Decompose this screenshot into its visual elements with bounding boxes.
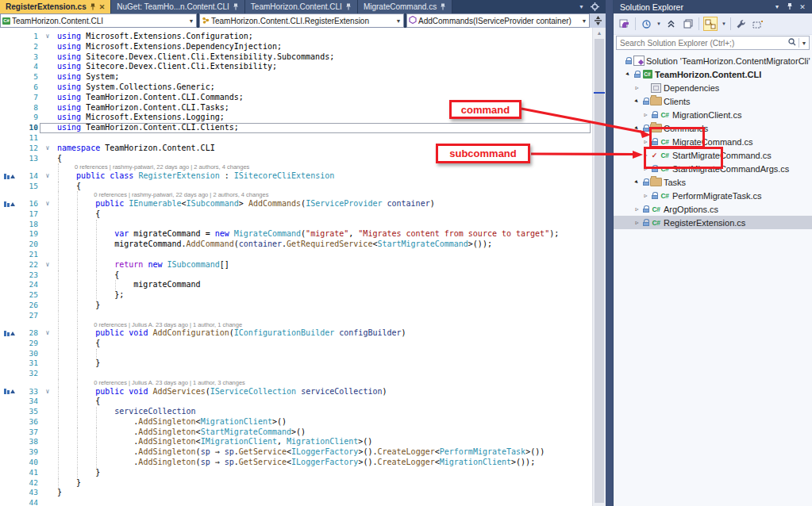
- switch-views-icon[interactable]: [618, 17, 631, 31]
- code-line-29[interactable]: 29 {: [0, 339, 592, 349]
- tree-item-teamhorizon-content-cli[interactable]: ▸C#TeamHorizon.Content.CLI: [614, 67, 812, 81]
- fold-collapse-icon[interactable]: ∨: [40, 32, 56, 42]
- codelens-text[interactable]: 0 references | Julius A. 23 days ago | 1…: [0, 379, 245, 386]
- pin-icon[interactable]: [90, 3, 96, 10]
- code-line-39[interactable]: 39 .AddSingleton(sp ⇒ sp.GetService<ILog…: [0, 447, 592, 458]
- window-position-dropdown-icon[interactable]: ▼: [771, 4, 783, 10]
- panel-splitter[interactable]: [606, 0, 613, 506]
- expand-arrow-icon[interactable]: ▹: [633, 205, 641, 213]
- code-line-38[interactable]: 38 .AddSingleton<IMigrationClient, Migra…: [0, 437, 592, 447]
- code-line-25[interactable]: 25 };: [0, 290, 592, 301]
- code-line-17[interactable]: 17 {: [0, 209, 592, 220]
- tree-item-commands[interactable]: ▸Commands: [614, 121, 812, 135]
- codelens-row[interactable]: 0 references | rashmy-patwari, 22 days a…: [0, 191, 592, 199]
- code-line-28[interactable]: 28∨ public void AddConfiguration(IConfig…: [0, 328, 592, 339]
- tree-item-clients[interactable]: ▸Clients: [614, 94, 812, 108]
- search-options-dropdown-icon[interactable]: ▼: [799, 40, 809, 46]
- code-line-5[interactable]: 5using System;: [0, 72, 592, 82]
- code-line-4[interactable]: 4using Sitecore.Devex.Client.Cli.Extensi…: [0, 62, 592, 72]
- codelens-margin-icon[interactable]: [0, 387, 17, 397]
- pending-changes-filter-icon[interactable]: [640, 17, 652, 31]
- code-line-22[interactable]: 22∨ return new ISubcommand[]: [0, 260, 592, 270]
- expand-arrow-icon[interactable]: ▹: [641, 111, 650, 118]
- pin-icon[interactable]: [345, 3, 352, 10]
- search-icon[interactable]: [786, 38, 799, 48]
- fold-collapse-icon[interactable]: ∨: [40, 260, 56, 270]
- fold-collapse-icon[interactable]: ∨: [40, 328, 56, 339]
- sync-with-active-document-icon[interactable]: [703, 17, 718, 31]
- tree-item-argoptions-cs[interactable]: ▹C#ArgOptions.cs: [614, 202, 812, 216]
- fold-collapse-icon[interactable]: ∨: [40, 387, 56, 397]
- code-line-36[interactable]: 36 .AddSingleton<MigrationClient>(): [0, 417, 592, 427]
- code-line-31[interactable]: 31 }: [0, 358, 592, 369]
- code-line-16[interactable]: 16∨ public IEnumerable<ISubcommand> AddC…: [0, 199, 592, 209]
- close-icon[interactable]: ✕: [99, 3, 106, 11]
- expand-arrow-icon[interactable]: ▹: [633, 219, 641, 226]
- code-line-32[interactable]: 32: [0, 369, 592, 379]
- scroll-up-arrow-icon[interactable]: ▲: [593, 30, 606, 36]
- pin-icon[interactable]: [440, 3, 446, 10]
- fold-collapse-icon[interactable]: ∨: [40, 144, 56, 154]
- code-line-6[interactable]: 6using System.Collections.Generic;: [0, 82, 592, 93]
- code-line-33[interactable]: 33∨ public void AddServices(IServiceColl…: [0, 387, 592, 397]
- codelens-text[interactable]: 0 references | rashmy-patwari, 22 days a…: [0, 163, 249, 171]
- pin-icon[interactable]: [233, 3, 239, 10]
- tab-nuget-teamho-n-content-cli[interactable]: NuGet: TeamHo...n.Content.CLI: [111, 0, 245, 13]
- split-window-handle[interactable]: [590, 16, 606, 25]
- expand-arrow-icon[interactable]: ▹: [633, 84, 641, 91]
- tab-registerextension-cs[interactable]: RegisterExtension.cs✕: [0, 0, 111, 13]
- properties-icon[interactable]: [682, 17, 695, 31]
- sync-dropdown-icon[interactable]: ▼: [722, 21, 726, 26]
- codelens-margin-icon[interactable]: [0, 328, 17, 339]
- close-icon[interactable]: ✕: [796, 3, 809, 11]
- code-line-21[interactable]: 21: [0, 250, 592, 260]
- fold-collapse-icon[interactable]: ∨: [40, 171, 56, 182]
- codelens-row[interactable]: 0 references | Julius A. 23 days ago | 1…: [0, 321, 592, 329]
- settings-gear-icon[interactable]: [591, 0, 599, 14]
- tree-item-tasks[interactable]: ▸Tasks: [614, 175, 812, 189]
- codelens-row[interactable]: 0 references | Julius A. 23 days ago | 1…: [0, 379, 592, 387]
- codelens-margin-icon[interactable]: [0, 199, 17, 209]
- code-line-35[interactable]: 35 serviceCollection: [0, 407, 592, 417]
- code-line-44[interactable]: 44: [0, 498, 592, 506]
- collapse-all-icon[interactable]: [665, 17, 678, 31]
- code-line-27[interactable]: 27: [0, 311, 592, 321]
- code-line-40[interactable]: 40 .AddSingleton(sp ⇒ sp.GetService<ILog…: [0, 458, 592, 468]
- tree-item-registerextension-cs[interactable]: ▹C#RegisterExtension.cs: [614, 216, 812, 229]
- tree-item-solution-teamhorizon-contentmigratorcli-[interactable]: Solution 'TeamHorizon.ContentMigratorCli…: [614, 54, 812, 67]
- tab-migratecommand-cs[interactable]: MigrateCommand.cs: [358, 0, 452, 13]
- pin-icon[interactable]: [783, 2, 796, 12]
- code-line-26[interactable]: 26 }: [0, 301, 592, 311]
- code-line-43[interactable]: 43}: [0, 488, 592, 498]
- code-line-18[interactable]: 18: [0, 220, 592, 230]
- code-line-10[interactable]: 10using TeamHorizon.Content.CLI.Clients;: [0, 123, 592, 133]
- codelens-text[interactable]: 0 references | Julius A. 23 days ago | 1…: [0, 321, 242, 328]
- expand-arrow-icon[interactable]: ▹: [641, 192, 650, 199]
- code-line-34[interactable]: 34 {: [0, 397, 592, 407]
- code-line-1[interactable]: 1∨using Microsoft.Extensions.Configurati…: [0, 32, 592, 42]
- codelens-margin-icon[interactable]: [0, 171, 17, 182]
- codelens-text[interactable]: 0 references | rashmy-patwari, 22 days a…: [0, 191, 268, 198]
- code-line-19[interactable]: 19 var migrateCommand = new MigrateComma…: [0, 229, 592, 240]
- scrollbar-thumb[interactable]: [595, 39, 604, 503]
- code-line-15[interactable]: 15 {: [0, 182, 592, 192]
- editor-vertical-scrollbar[interactable]: ▲: [592, 28, 606, 506]
- tree-item-migrationclient-cs[interactable]: ▹C#MigrationClient.cs: [614, 108, 812, 121]
- properties-wrench-icon[interactable]: [735, 17, 748, 31]
- code-line-24[interactable]: 24 migrateCommand: [0, 280, 592, 290]
- tree-item-dependencies[interactable]: ▹Dependencies: [614, 81, 812, 94]
- code-line-23[interactable]: 23 {: [0, 270, 592, 281]
- codelens-row[interactable]: 0 references | rashmy-patwari, 22 days a…: [0, 163, 592, 171]
- filter-dropdown-icon[interactable]: ▼: [656, 21, 661, 26]
- tab-teamhorizon-content-cli[interactable]: TeamHorizon.Content.CLI: [245, 0, 358, 13]
- fold-collapse-icon[interactable]: ∨: [40, 199, 56, 209]
- tree-item-performmigratetask-cs[interactable]: ▹C#PerformMigrateTask.cs: [614, 189, 812, 202]
- search-input[interactable]: [617, 39, 786, 48]
- code-line-2[interactable]: 2using Microsoft.Extensions.DependencyIn…: [0, 42, 592, 52]
- document-list-dropdown-icon[interactable]: ▼: [579, 4, 584, 10]
- code-line-42[interactable]: 42 }: [0, 478, 592, 489]
- project-dropdown[interactable]: C# TeamHorizon.Content.CLI ▼: [0, 13, 197, 28]
- code-line-37[interactable]: 37 .AddSingleton<StartMigrateCommand>(): [0, 427, 592, 438]
- code-line-30[interactable]: 30: [0, 349, 592, 359]
- show-all-files-icon[interactable]: [752, 17, 764, 31]
